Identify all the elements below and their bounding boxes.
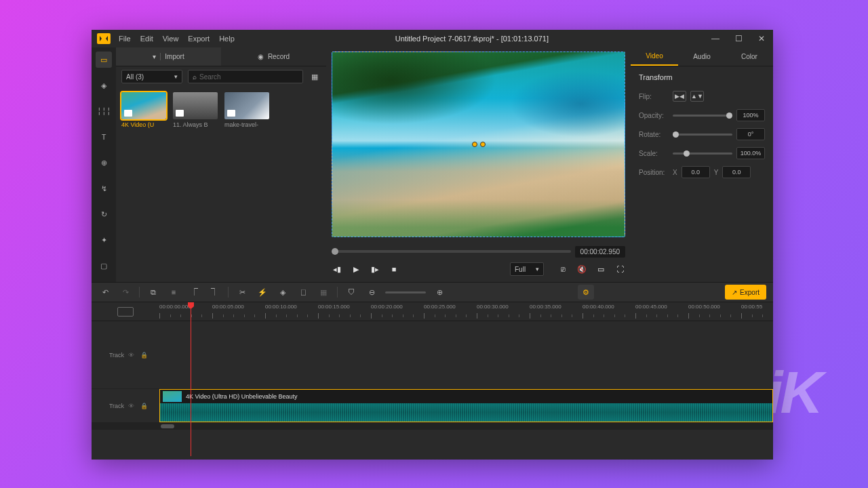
mute-icon[interactable]: 🔇 xyxy=(576,264,587,274)
maximize-button[interactable]: ☐ xyxy=(732,34,745,43)
media-bin: 4K Video (U 11. Always B make-travel- xyxy=(116,87,326,282)
next-frame-button[interactable]: ▮▸ xyxy=(370,264,380,274)
flip-vertical-button[interactable]: ▲▼ xyxy=(690,91,704,102)
shield-icon[interactable]: ⛉ xyxy=(344,285,358,299)
left-sidebar: ▭ ◈ ╎╎╎ T ⊕ ↯ ↻ ✦ ▢ xyxy=(92,47,116,282)
fit-dropdown[interactable]: Full xyxy=(510,262,544,276)
scissors-icon[interactable]: ✂ xyxy=(235,285,249,299)
titlebar: File Edit View Export Help Untitled Proj… xyxy=(92,30,773,47)
track-video: Track👁🔒 4K Video (Ultra HD) Unbelievable… xyxy=(92,389,773,423)
timeline-scrollbar[interactable] xyxy=(92,423,773,430)
properties-panel: Video Audio Color Transform Flip: ▶◀ ▲▼ … xyxy=(631,47,773,282)
menu-view[interactable]: View xyxy=(163,35,179,43)
position-x-value[interactable]: 0.0 xyxy=(682,166,710,178)
sidebar-effects-icon[interactable]: ⊕ xyxy=(96,155,112,171)
trim-start-button[interactable]: ⎾ xyxy=(187,285,201,299)
menu-bar: File Edit View Export Help xyxy=(119,35,235,43)
timeline-settings-button[interactable]: ⚙ xyxy=(578,285,594,300)
fullscreen-icon[interactable]: ⛶ xyxy=(614,264,625,274)
snapshot-icon[interactable]: ⎚ xyxy=(557,264,568,274)
sidebar-aspect-icon[interactable]: ▢ xyxy=(96,258,112,274)
media-panel: ▾Import ◉Record All (3) ⌕Search ▦ 4K Vid… xyxy=(116,47,326,282)
position-y-value[interactable]: 0.0 xyxy=(722,166,751,178)
zoom-out-icon[interactable]: ⊖ xyxy=(365,285,378,299)
media-filter-dropdown[interactable]: All (3) xyxy=(121,70,182,83)
timeline-clip[interactable]: 4K Video (Ultra HD) Unbelievable Beauty xyxy=(159,389,773,422)
opacity-label: Opacity: xyxy=(639,112,673,119)
media-clip-2[interactable]: 11. Always B xyxy=(173,92,218,128)
tab-import[interactable]: ▾Import xyxy=(116,47,221,66)
sidebar-elements-icon[interactable]: ✦ xyxy=(96,232,112,248)
menu-edit[interactable]: Edit xyxy=(140,35,153,43)
menu-export[interactable]: Export xyxy=(188,35,210,43)
sidebar-animations-icon[interactable]: ↻ xyxy=(96,206,112,222)
prev-frame-button[interactable]: ◂▮ xyxy=(332,264,342,274)
tab-color[interactable]: Color xyxy=(726,47,773,66)
speed-icon[interactable]: ⚡ xyxy=(256,285,269,299)
split-button[interactable]: ≡ xyxy=(167,285,180,299)
marker-icon[interactable]: ◈ xyxy=(276,285,290,299)
sidebar-transitions-icon[interactable]: ↯ xyxy=(96,180,112,197)
rotate-slider[interactable] xyxy=(673,134,732,136)
timeline: 00:00:00.00000:00:05.00000:00:10.00000:0… xyxy=(92,302,773,460)
search-icon: ⌕ xyxy=(193,73,197,81)
sidebar-audio-icon[interactable]: ╎╎╎ xyxy=(96,103,112,119)
timeline-ruler[interactable]: 00:00:00.00000:00:05.00000:00:10.00000:0… xyxy=(92,302,773,321)
opacity-value[interactable]: 100% xyxy=(736,109,765,121)
window-title: Untitled Project 7-0617.tkproj* - [01:01… xyxy=(235,35,709,43)
lock-icon[interactable]: 🔒 xyxy=(140,352,149,359)
rotate-label: Rotate: xyxy=(639,131,673,138)
app-window: File Edit View Export Help Untitled Proj… xyxy=(92,30,773,460)
scale-slider[interactable] xyxy=(673,152,732,155)
minimize-button[interactable]: — xyxy=(709,34,722,43)
timeline-toolbar: ↶ ↷ ⧉ ≡ ⎾ ⏋ ✂ ⚡ ◈ ⎕ ▦ ⛉ ⊖ ⊕ ⚙ ↗Export xyxy=(92,282,773,302)
preview-panel: 00:00:02.950 ◂▮ ▶ ▮▸ ■ Full ⎚ 🔇 ▭ ⛶ xyxy=(326,47,631,282)
position-label: Position: xyxy=(639,169,673,176)
flip-label: Flip: xyxy=(639,93,673,100)
scale-value[interactable]: 100.0% xyxy=(736,147,765,159)
media-clip-1[interactable]: 4K Video (U xyxy=(121,92,166,128)
scale-label: Scale: xyxy=(639,150,673,157)
track-label: Track xyxy=(109,403,124,409)
sidebar-layers-icon[interactable]: ◈ xyxy=(96,77,112,94)
menu-file[interactable]: File xyxy=(119,35,131,43)
trim-end-button[interactable]: ⏋ xyxy=(208,285,221,299)
close-button[interactable]: ✕ xyxy=(755,34,768,43)
play-button[interactable]: ▶ xyxy=(351,264,361,274)
redo-button[interactable]: ↷ xyxy=(119,285,132,299)
flip-horizontal-button[interactable]: ▶◀ xyxy=(673,91,686,102)
track-label: Track xyxy=(109,352,124,359)
eye-icon[interactable]: 👁 xyxy=(128,352,136,359)
menu-help[interactable]: Help xyxy=(219,35,235,43)
safe-zone-icon[interactable]: ▭ xyxy=(595,264,606,274)
opacity-slider[interactable] xyxy=(673,115,732,117)
rotate-value[interactable]: 0° xyxy=(736,128,765,140)
crop-tool-icon[interactable]: ⎕ xyxy=(296,285,310,299)
tab-audio[interactable]: Audio xyxy=(678,47,726,66)
grid-view-icon[interactable]: ▦ xyxy=(309,70,321,83)
app-logo xyxy=(97,33,111,44)
sidebar-media-icon[interactable]: ▭ xyxy=(96,52,112,68)
zoom-in-icon[interactable]: ⊕ xyxy=(433,285,446,299)
sidebar-text-icon[interactable]: T xyxy=(96,129,112,145)
playhead[interactable] xyxy=(191,302,191,456)
track-empty: Track👁🔒 xyxy=(92,321,773,389)
preview-timecode: 00:00:02.950 xyxy=(575,246,625,258)
crop-button[interactable]: ⧉ xyxy=(146,285,160,299)
search-input[interactable]: ⌕Search xyxy=(188,70,303,83)
media-clip-3[interactable]: make-travel- xyxy=(224,92,269,128)
export-button[interactable]: ↗Export xyxy=(725,285,766,300)
undo-button[interactable]: ↶ xyxy=(98,285,112,299)
stop-button[interactable]: ■ xyxy=(389,264,399,274)
tab-record[interactable]: ◉Record xyxy=(221,47,326,66)
lock-icon[interactable]: 🔒 xyxy=(140,403,149,409)
preview-progress[interactable] xyxy=(332,250,571,253)
transform-heading: Transform xyxy=(639,73,765,81)
tab-video[interactable]: Video xyxy=(631,47,678,66)
zoom-slider[interactable] xyxy=(385,291,426,293)
eye-icon[interactable]: 👁 xyxy=(128,403,136,409)
preview-canvas[interactable] xyxy=(332,52,625,237)
mosaic-icon[interactable]: ▦ xyxy=(317,285,330,299)
export-icon: ↗ xyxy=(732,289,737,296)
